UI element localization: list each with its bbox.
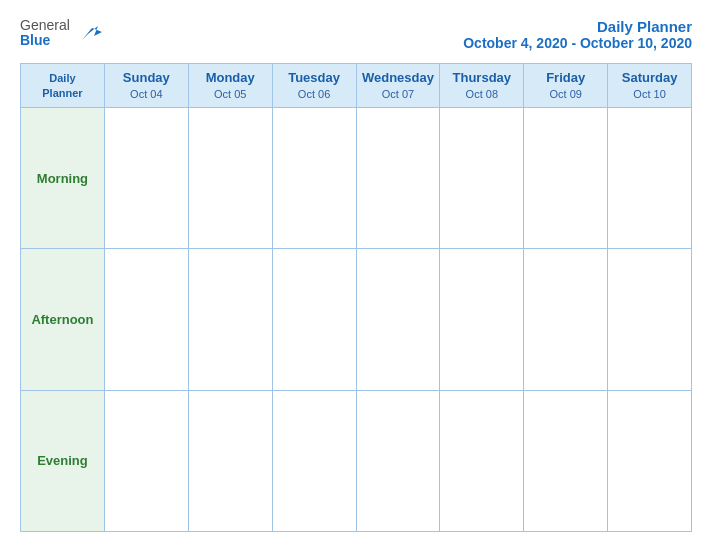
table-header-row: DailyPlanner Sunday Oct 04 Monday Oct 05… bbox=[21, 64, 692, 108]
app-title: Daily Planner bbox=[463, 18, 692, 35]
cell-morning-sunday[interactable] bbox=[104, 108, 188, 249]
header: General Blue Daily Planner October 4, 20… bbox=[20, 18, 692, 51]
cell-afternoon-wednesday[interactable] bbox=[356, 249, 440, 390]
logo-blue: Blue bbox=[20, 33, 70, 48]
calendar-table: DailyPlanner Sunday Oct 04 Monday Oct 05… bbox=[20, 63, 692, 532]
cell-evening-sunday[interactable] bbox=[104, 390, 188, 531]
logo-general: General bbox=[20, 18, 70, 33]
col-header-sunday: Sunday Oct 04 bbox=[104, 64, 188, 108]
cell-morning-thursday[interactable] bbox=[440, 108, 524, 249]
cell-morning-tuesday[interactable] bbox=[272, 108, 356, 249]
cell-evening-monday[interactable] bbox=[188, 390, 272, 531]
cell-morning-monday[interactable] bbox=[188, 108, 272, 249]
cell-evening-friday[interactable] bbox=[524, 390, 608, 531]
table-row-afternoon: Afternoon bbox=[21, 249, 692, 390]
cell-morning-saturday[interactable] bbox=[608, 108, 692, 249]
cell-afternoon-saturday[interactable] bbox=[608, 249, 692, 390]
cell-evening-wednesday[interactable] bbox=[356, 390, 440, 531]
cell-evening-tuesday[interactable] bbox=[272, 390, 356, 531]
col-header-thursday: Thursday Oct 08 bbox=[440, 64, 524, 108]
row-label-morning: Morning bbox=[21, 108, 105, 249]
cell-afternoon-thursday[interactable] bbox=[440, 249, 524, 390]
title-block: Daily Planner October 4, 2020 - October … bbox=[463, 18, 692, 51]
col-header-friday: Friday Oct 09 bbox=[524, 64, 608, 108]
date-range: October 4, 2020 - October 10, 2020 bbox=[463, 35, 692, 51]
header-daily-label: DailyPlanner bbox=[23, 71, 102, 100]
col-header-wednesday: Wednesday Oct 07 bbox=[356, 64, 440, 108]
row-label-evening: Evening bbox=[21, 390, 105, 531]
cell-evening-thursday[interactable] bbox=[440, 390, 524, 531]
table-header-label: DailyPlanner bbox=[21, 64, 105, 108]
cell-afternoon-sunday[interactable] bbox=[104, 249, 188, 390]
logo: General Blue bbox=[20, 18, 104, 49]
page: General Blue Daily Planner October 4, 20… bbox=[0, 0, 712, 550]
row-label-afternoon: Afternoon bbox=[21, 249, 105, 390]
col-header-tuesday: Tuesday Oct 06 bbox=[272, 64, 356, 108]
cell-evening-saturday[interactable] bbox=[608, 390, 692, 531]
cell-morning-wednesday[interactable] bbox=[356, 108, 440, 249]
table-row-morning: Morning bbox=[21, 108, 692, 249]
svg-marker-0 bbox=[82, 26, 102, 40]
cell-afternoon-friday[interactable] bbox=[524, 249, 608, 390]
table-row-evening: Evening bbox=[21, 390, 692, 531]
col-header-saturday: Saturday Oct 10 bbox=[608, 64, 692, 108]
cell-afternoon-monday[interactable] bbox=[188, 249, 272, 390]
cell-morning-friday[interactable] bbox=[524, 108, 608, 249]
cell-afternoon-tuesday[interactable] bbox=[272, 249, 356, 390]
col-header-monday: Monday Oct 05 bbox=[188, 64, 272, 108]
logo-bird-icon bbox=[74, 18, 104, 48]
